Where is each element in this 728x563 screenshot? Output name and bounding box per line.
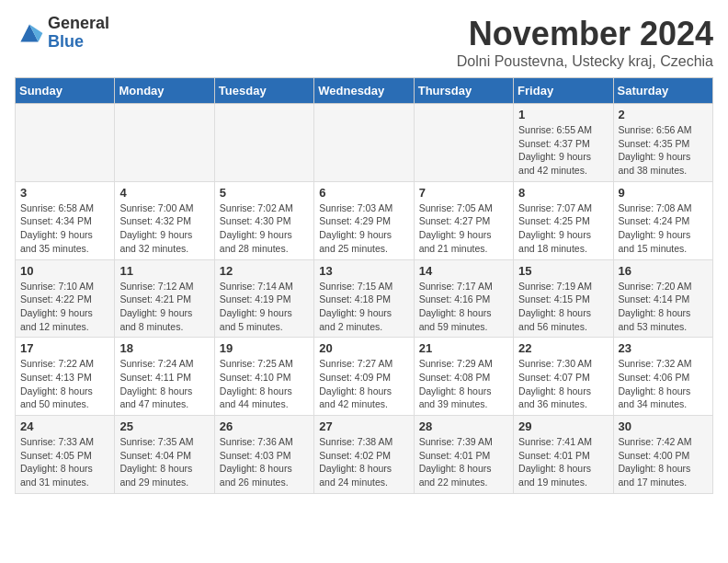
calendar-week-4: 17Sunrise: 7:22 AM Sunset: 4:13 PM Dayli… — [16, 338, 713, 416]
day-info: Sunrise: 7:41 AM Sunset: 4:01 PM Dayligh… — [518, 435, 608, 489]
calendar-cell: 2Sunrise: 6:56 AM Sunset: 4:35 PM Daylig… — [613, 104, 712, 182]
day-info: Sunrise: 7:07 AM Sunset: 4:25 PM Dayligh… — [518, 201, 608, 256]
calendar-cell: 4Sunrise: 7:00 AM Sunset: 4:32 PM Daylig… — [115, 181, 214, 259]
calendar-cell: 21Sunrise: 7:29 AM Sunset: 4:08 PM Dayli… — [414, 338, 513, 416]
calendar-body: 1Sunrise: 6:55 AM Sunset: 4:37 PM Daylig… — [16, 104, 713, 494]
day-number: 15 — [518, 264, 608, 278]
column-header-friday: Friday — [514, 78, 613, 104]
day-info: Sunrise: 7:32 AM Sunset: 4:06 PM Dayligh… — [619, 357, 708, 411]
day-number: 21 — [419, 341, 508, 355]
day-number: 29 — [518, 419, 608, 433]
day-number: 24 — [20, 419, 109, 433]
column-header-wednesday: Wednesday — [314, 78, 414, 104]
calendar-cell: 17Sunrise: 7:22 AM Sunset: 4:13 PM Dayli… — [16, 338, 115, 416]
calendar-cell: 16Sunrise: 7:20 AM Sunset: 4:14 PM Dayli… — [613, 259, 712, 338]
day-info: Sunrise: 7:30 AM Sunset: 4:07 PM Dayligh… — [518, 357, 608, 411]
day-info: Sunrise: 7:14 AM Sunset: 4:19 PM Dayligh… — [220, 280, 309, 334]
day-info: Sunrise: 7:20 AM Sunset: 4:14 PM Dayligh… — [619, 280, 708, 334]
day-info: Sunrise: 7:29 AM Sunset: 4:08 PM Dayligh… — [419, 357, 508, 411]
day-number: 4 — [119, 186, 209, 200]
day-info: Sunrise: 7:36 AM Sunset: 4:03 PM Dayligh… — [220, 435, 309, 489]
day-number: 2 — [619, 108, 708, 121]
calendar-week-5: 24Sunrise: 7:33 AM Sunset: 4:05 PM Dayli… — [16, 416, 713, 494]
day-info: Sunrise: 7:27 AM Sunset: 4:09 PM Dayligh… — [319, 357, 408, 411]
day-info: Sunrise: 7:03 AM Sunset: 4:29 PM Dayligh… — [319, 201, 408, 256]
calendar-cell: 28Sunrise: 7:39 AM Sunset: 4:01 PM Dayli… — [414, 416, 513, 494]
day-number: 13 — [319, 264, 408, 278]
header-row: SundayMondayTuesdayWednesdayThursdayFrid… — [16, 78, 713, 104]
calendar-cell: 3Sunrise: 6:58 AM Sunset: 4:34 PM Daylig… — [16, 181, 115, 259]
day-number: 23 — [619, 341, 708, 355]
calendar-cell: 10Sunrise: 7:10 AM Sunset: 4:22 PM Dayli… — [16, 259, 115, 338]
header: General Blue November 2024 Dolni Poustev… — [15, 15, 713, 70]
day-number: 10 — [20, 264, 109, 278]
logo: General Blue — [15, 15, 109, 52]
calendar-cell: 23Sunrise: 7:32 AM Sunset: 4:06 PM Dayli… — [613, 338, 712, 416]
day-info: Sunrise: 7:39 AM Sunset: 4:01 PM Dayligh… — [419, 435, 508, 489]
day-number: 16 — [619, 264, 708, 278]
column-header-sunday: Sunday — [16, 78, 115, 104]
logo-icon — [15, 18, 44, 48]
day-number: 26 — [220, 419, 309, 433]
column-header-saturday: Saturday — [613, 78, 712, 104]
day-number: 8 — [518, 186, 608, 200]
day-number: 30 — [619, 419, 708, 433]
calendar-cell: 7Sunrise: 7:05 AM Sunset: 4:27 PM Daylig… — [414, 181, 513, 259]
day-info: Sunrise: 7:10 AM Sunset: 4:22 PM Dayligh… — [20, 280, 109, 334]
day-number: 7 — [419, 186, 508, 200]
logo-general-text: General — [48, 15, 109, 33]
day-info: Sunrise: 7:15 AM Sunset: 4:18 PM Dayligh… — [319, 280, 408, 334]
day-info: Sunrise: 7:38 AM Sunset: 4:02 PM Dayligh… — [319, 435, 408, 489]
calendar-cell: 9Sunrise: 7:08 AM Sunset: 4:24 PM Daylig… — [613, 181, 712, 259]
calendar-cell: 11Sunrise: 7:12 AM Sunset: 4:21 PM Dayli… — [115, 259, 214, 338]
calendar-cell: 14Sunrise: 7:17 AM Sunset: 4:16 PM Dayli… — [414, 259, 513, 338]
calendar-cell: 20Sunrise: 7:27 AM Sunset: 4:09 PM Dayli… — [314, 338, 414, 416]
calendar-cell — [314, 104, 414, 182]
calendar-cell: 29Sunrise: 7:41 AM Sunset: 4:01 PM Dayli… — [514, 416, 613, 494]
calendar-week-2: 3Sunrise: 6:58 AM Sunset: 4:34 PM Daylig… — [16, 181, 713, 259]
calendar-header: SundayMondayTuesdayWednesdayThursdayFrid… — [16, 78, 713, 104]
calendar-cell: 15Sunrise: 7:19 AM Sunset: 4:15 PM Dayli… — [514, 259, 613, 338]
day-info: Sunrise: 7:17 AM Sunset: 4:16 PM Dayligh… — [419, 280, 508, 334]
title-area: November 2024 Dolni Poustevna, Ustecky k… — [457, 15, 713, 70]
month-title: November 2024 — [457, 15, 713, 53]
calendar-cell: 26Sunrise: 7:36 AM Sunset: 4:03 PM Dayli… — [214, 416, 313, 494]
day-number: 5 — [220, 186, 309, 200]
day-number: 18 — [119, 341, 209, 355]
calendar-cell — [214, 104, 313, 182]
day-number: 25 — [119, 419, 209, 433]
calendar-week-1: 1Sunrise: 6:55 AM Sunset: 4:37 PM Daylig… — [16, 104, 713, 182]
column-header-monday: Monday — [115, 78, 214, 104]
day-number: 19 — [220, 341, 309, 355]
day-number: 22 — [518, 341, 608, 355]
calendar-cell — [414, 104, 513, 182]
day-info: Sunrise: 6:58 AM Sunset: 4:34 PM Dayligh… — [20, 201, 109, 256]
calendar-cell: 12Sunrise: 7:14 AM Sunset: 4:19 PM Dayli… — [214, 259, 313, 338]
calendar-cell: 24Sunrise: 7:33 AM Sunset: 4:05 PM Dayli… — [16, 416, 115, 494]
day-number: 20 — [319, 341, 408, 355]
calendar-cell — [16, 104, 115, 182]
day-info: Sunrise: 7:35 AM Sunset: 4:04 PM Dayligh… — [119, 435, 209, 489]
day-info: Sunrise: 7:08 AM Sunset: 4:24 PM Dayligh… — [619, 201, 708, 256]
calendar-cell: 30Sunrise: 7:42 AM Sunset: 4:00 PM Dayli… — [613, 416, 712, 494]
day-info: Sunrise: 7:24 AM Sunset: 4:11 PM Dayligh… — [119, 357, 209, 411]
day-number: 9 — [619, 186, 708, 200]
calendar-week-3: 10Sunrise: 7:10 AM Sunset: 4:22 PM Dayli… — [16, 259, 713, 338]
day-number: 17 — [20, 341, 109, 355]
calendar-cell: 8Sunrise: 7:07 AM Sunset: 4:25 PM Daylig… — [514, 181, 613, 259]
calendar-cell: 18Sunrise: 7:24 AM Sunset: 4:11 PM Dayli… — [115, 338, 214, 416]
calendar-cell: 1Sunrise: 6:55 AM Sunset: 4:37 PM Daylig… — [514, 104, 613, 182]
day-number: 14 — [419, 264, 508, 278]
day-number: 11 — [119, 264, 209, 278]
day-number: 3 — [20, 186, 109, 200]
day-info: Sunrise: 7:42 AM Sunset: 4:00 PM Dayligh… — [619, 435, 708, 489]
day-info: Sunrise: 7:33 AM Sunset: 4:05 PM Dayligh… — [20, 435, 109, 489]
day-number: 28 — [419, 419, 508, 433]
calendar-cell — [115, 104, 214, 182]
day-info: Sunrise: 7:12 AM Sunset: 4:21 PM Dayligh… — [119, 280, 209, 334]
logo-text: General Blue — [48, 15, 109, 52]
calendar: SundayMondayTuesdayWednesdayThursdayFrid… — [15, 77, 713, 494]
day-info: Sunrise: 6:55 AM Sunset: 4:37 PM Dayligh… — [518, 123, 608, 178]
day-info: Sunrise: 7:19 AM Sunset: 4:15 PM Dayligh… — [518, 280, 608, 334]
calendar-cell: 5Sunrise: 7:02 AM Sunset: 4:30 PM Daylig… — [214, 181, 313, 259]
